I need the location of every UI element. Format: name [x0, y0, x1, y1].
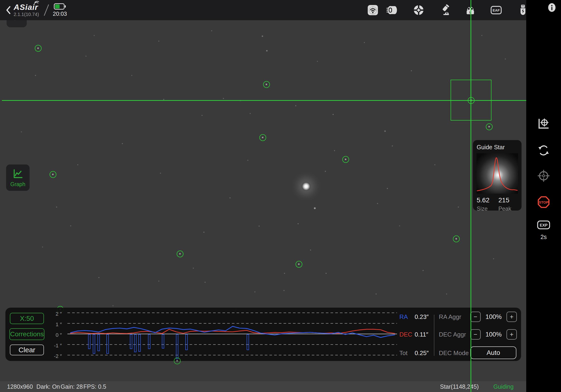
- dec-aggr-plus-button[interactable]: +: [507, 329, 517, 340]
- faint-star: [314, 207, 316, 209]
- guiding-state-text: Guiding: [493, 383, 514, 390]
- corrections-button[interactable]: Corrections: [9, 328, 44, 340]
- faint-star: [98, 277, 100, 278]
- faint-star: [259, 225, 260, 227]
- eaf-icon[interactable]: EAF: [489, 0, 503, 20]
- battery-block[interactable]: 20:03: [53, 3, 67, 17]
- ra-aggr-minus-button[interactable]: −: [470, 312, 481, 322]
- faint-star: [364, 42, 365, 43]
- x-scale-button[interactable]: X:50: [10, 313, 44, 324]
- detected-star-circle[interactable]: [263, 81, 270, 88]
- dec-label: DEC: [399, 331, 412, 338]
- target-graph-icon[interactable]: [538, 118, 550, 130]
- ra-aggr-label: RA Aggr: [439, 313, 461, 321]
- detected-star-circle[interactable]: [174, 358, 181, 364]
- crosshair-icon[interactable]: [537, 169, 550, 182]
- dec-aggr-label: DEC Aggr: [439, 331, 466, 338]
- faint-star: [201, 115, 203, 116]
- wifi-icon[interactable]: [366, 0, 380, 20]
- star-profile-curve: [476, 153, 518, 194]
- dec-mode-auto-button[interactable]: Auto: [470, 346, 516, 359]
- faint-star: [325, 272, 327, 274]
- faint-star: [375, 293, 377, 295]
- guide-star-title: Guide Star: [473, 140, 521, 151]
- top-bar: ASiair 2.1.1(10.74) 20:03: [0, 0, 526, 20]
- faint-star: [56, 206, 57, 208]
- svg-text:EAF: EAF: [493, 8, 500, 12]
- graph-toggle-button[interactable]: Graph: [6, 164, 30, 191]
- faint-star: [387, 188, 388, 189]
- faint-star: [310, 249, 311, 251]
- detected-star-circle[interactable]: [342, 156, 349, 163]
- faint-star: [204, 282, 206, 283]
- faint-star: [384, 130, 386, 132]
- gain-text: Gain: 28: [61, 383, 83, 390]
- faint-star: [446, 293, 447, 295]
- y-axis-tick-label: 1 ″: [43, 322, 62, 328]
- faint-star: [122, 143, 123, 144]
- faint-star: [112, 305, 114, 306]
- tot-label: Tot: [399, 349, 408, 357]
- faint-star: [94, 35, 95, 36]
- logo-wifi-arcs: [32, 0, 40, 4]
- detected-star-circle[interactable]: [50, 171, 56, 178]
- star-dot: [179, 253, 181, 255]
- guide-star-thumbnail: [476, 153, 518, 194]
- detected-star-circle[interactable]: [35, 45, 42, 52]
- graph-icon: [12, 168, 24, 180]
- faint-star: [211, 30, 212, 32]
- detected-star-circle[interactable]: [296, 261, 302, 268]
- size-label: Size: [477, 205, 490, 212]
- y-axis-tick-label: -2 ″: [43, 353, 62, 359]
- dec-value: 0.11″: [415, 331, 428, 338]
- star-position-text: Star(1148,245): [440, 383, 479, 390]
- camera-icon[interactable]: [386, 0, 399, 20]
- dec-aggr-value: 100%: [481, 331, 507, 338]
- detected-star-circle[interactable]: [486, 123, 493, 130]
- resolution-text: 1280x960: [7, 383, 33, 390]
- svg-text:EXP: EXP: [540, 223, 547, 228]
- dec-aggr-minus-button[interactable]: −: [470, 329, 481, 340]
- detected-star-circle[interactable]: [453, 236, 460, 242]
- faint-star: [493, 258, 494, 260]
- star-dot: [265, 83, 268, 86]
- faint-star: [334, 150, 335, 151]
- asiair-screen: Graph Guide Star 5.62 Size 215 Peak X:50…: [0, 0, 561, 392]
- fps-text: FPS: 0.5: [83, 383, 106, 390]
- guide-scope-icon[interactable]: [412, 0, 426, 20]
- faint-star: [223, 98, 224, 99]
- star-dot: [345, 158, 347, 161]
- detected-star-circle[interactable]: [177, 250, 183, 257]
- info-icon[interactable]: [547, 2, 557, 13]
- guide-star-size: 5.62 Size: [477, 196, 490, 212]
- guide-star-peak: 215 Peak: [498, 196, 511, 212]
- faint-star: [35, 75, 36, 76]
- ra-label: RA: [399, 313, 408, 321]
- tot-value: 0.25″: [415, 349, 429, 357]
- size-value: 5.62: [477, 196, 490, 204]
- faint-star: [297, 223, 299, 224]
- back-button[interactable]: [5, 3, 13, 17]
- faint-star: [254, 291, 256, 293]
- faint-star: [399, 225, 400, 227]
- faint-star: [21, 131, 22, 132]
- faint-star: [193, 267, 194, 269]
- faint-star: [411, 70, 412, 71]
- faint-star: [229, 197, 231, 199]
- faint-star: [70, 225, 71, 227]
- stop-icon[interactable]: STOP: [537, 196, 550, 209]
- clear-button[interactable]: Clear: [10, 345, 44, 355]
- back-chevron-icon: [5, 5, 11, 15]
- faint-star: [458, 206, 459, 208]
- exposure-icon[interactable]: EXP 2s: [537, 220, 550, 240]
- guiding-graph: [64, 309, 406, 361]
- star-dot: [52, 174, 54, 175]
- tool-sidebar: STOP EXP 2s: [526, 0, 561, 392]
- svg-text:STOP: STOP: [539, 200, 548, 204]
- detected-star-circle[interactable]: [259, 134, 266, 141]
- peak-label: Peak: [498, 205, 511, 212]
- ra-aggr-plus-button[interactable]: +: [507, 312, 517, 322]
- refresh-icon[interactable]: [538, 144, 550, 156]
- faint-star: [284, 272, 285, 274]
- telescope-icon[interactable]: [438, 0, 453, 20]
